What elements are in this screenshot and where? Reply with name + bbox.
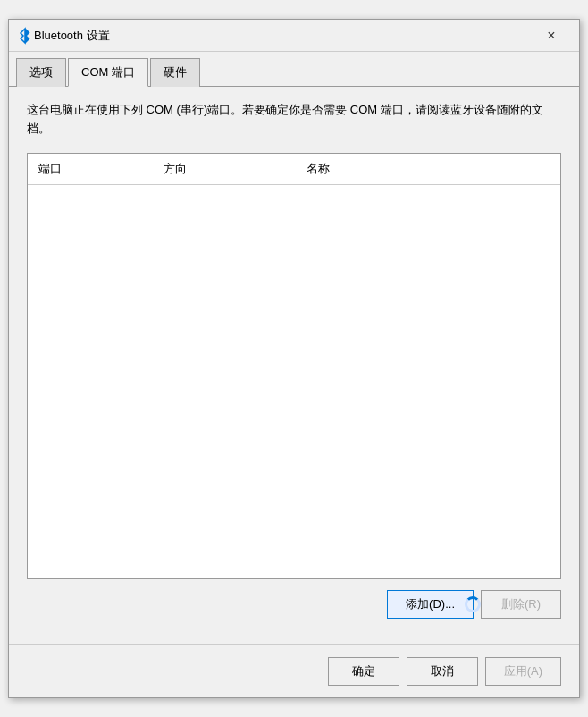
- svg-marker-1: [21, 29, 25, 43]
- column-direction: 方向: [164, 161, 307, 177]
- bluetooth-icon: [16, 27, 34, 45]
- bluetooth-settings-window: Bluetooth 设置 × 选项 COM 端口 硬件 这台电脑正在使用下列 C…: [8, 19, 580, 698]
- tab-com[interactable]: COM 端口: [68, 58, 148, 87]
- tab-options[interactable]: 选项: [16, 58, 66, 87]
- tab-bar: 选项 COM 端口 硬件: [9, 52, 579, 87]
- action-row: 添加(D)... 删除(R): [27, 590, 561, 619]
- table-header: 端口 方向 名称: [28, 154, 560, 185]
- column-port: 端口: [38, 161, 164, 177]
- footer: 确定 取消 应用(A): [9, 644, 579, 697]
- cancel-button[interactable]: 取消: [407, 657, 478, 686]
- table-body: [28, 185, 560, 578]
- ok-button[interactable]: 确定: [328, 657, 399, 686]
- title-bar: Bluetooth 设置 ×: [9, 20, 579, 52]
- add-button-wrapper: 添加(D)...: [387, 590, 474, 619]
- description-text: 这台电脑正在使用下列 COM (串行)端口。若要确定你是否需要 COM 端口，请…: [27, 101, 561, 139]
- add-button[interactable]: 添加(D)...: [387, 590, 474, 619]
- loading-spinner: [465, 596, 481, 612]
- close-button[interactable]: ×: [531, 22, 572, 49]
- com-ports-table: 端口 方向 名称: [27, 153, 561, 579]
- tab-hardware[interactable]: 硬件: [150, 58, 200, 87]
- window-title: Bluetooth 设置: [34, 28, 531, 44]
- apply-button[interactable]: 应用(A): [485, 657, 561, 686]
- column-name: 名称: [307, 161, 550, 177]
- tab-content: 这台电脑正在使用下列 COM (串行)端口。若要确定你是否需要 COM 端口，请…: [9, 87, 579, 644]
- delete-button[interactable]: 删除(R): [481, 590, 561, 619]
